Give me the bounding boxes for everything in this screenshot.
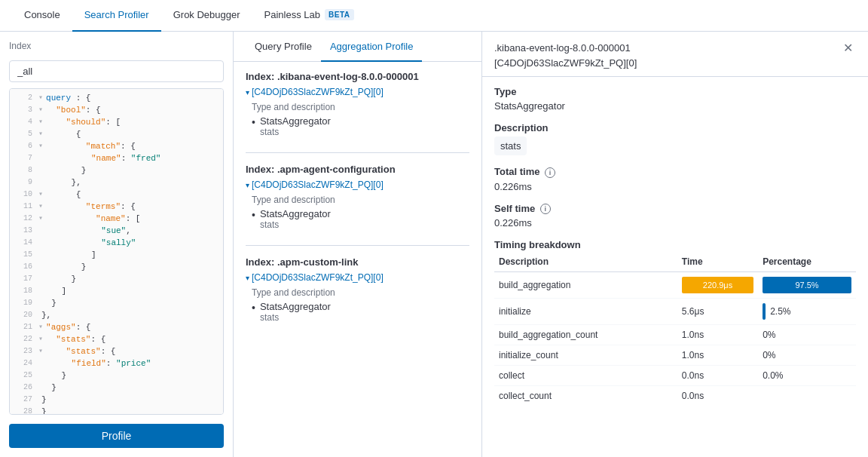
timing-time: 0.0ns	[677, 366, 758, 386]
shard-link-1[interactable]: ▾ [C4DOjD63SlacZWF9kZt_PQ][0]	[246, 87, 469, 97]
timing-row: initialize5.6μs2.5%	[494, 299, 856, 325]
timing-row: build_aggregation220.9μs97.5%	[494, 272, 856, 299]
index-section-3: Index: .apm-custom-link ▾ [C4DOjD63SlacZ…	[246, 256, 469, 323]
code-line: 5 ▾ {	[10, 128, 223, 140]
code-line: 4 ▾ "should": [	[10, 116, 223, 128]
right-header: .kibana-event-log-8.0.0-000001 [C4DOjD63…	[482, 32, 868, 77]
tab-painless-lab[interactable]: Painless Lab BETA	[252, 0, 366, 32]
type-section: Type StatsAggregator	[494, 86, 856, 112]
divider	[246, 152, 469, 153]
middle-panel: Query Profile Aggregation Profile Index:…	[234, 32, 482, 457]
timing-desc: collect_count	[494, 386, 677, 406]
tab-aggregation-profile[interactable]: Aggregation Profile	[321, 32, 423, 62]
code-line: 7 "name": "fred"	[10, 152, 223, 164]
self-time-section: Self time i 0.226ms	[494, 203, 856, 229]
tab-console[interactable]: Console	[12, 0, 72, 32]
code-line: 25 }	[10, 370, 223, 382]
index-title-1: Index: .kibana-event-log-8.0.0-000001	[246, 71, 469, 82]
shard-link-3[interactable]: ▾ [C4DOjD63SlacZWF9kZt_PQ][0]	[246, 272, 469, 283]
chevron-down-icon: ▾	[246, 181, 249, 189]
timing-time: 1.0ns	[677, 345, 758, 366]
code-line: 18 ]	[10, 285, 223, 297]
type-desc-label-1: Type and description	[252, 102, 469, 112]
timing-bar-orange: 220.9μs	[682, 277, 753, 293]
profile-button[interactable]: Profile	[9, 424, 224, 448]
timing-desc: build_aggregation_count	[494, 325, 677, 345]
tab-grok-debugger[interactable]: Grok Debugger	[161, 0, 252, 32]
self-time-info-icon[interactable]: i	[540, 204, 551, 214]
code-line: 26 }	[10, 382, 223, 394]
code-line: 16 }	[10, 261, 223, 273]
chevron-down-icon: ▾	[246, 274, 249, 282]
code-line: 15 ]	[10, 249, 223, 261]
tab-query-profile[interactable]: Query Profile	[246, 32, 321, 62]
divider	[246, 245, 469, 246]
bullet-icon: •	[252, 116, 255, 128]
beta-badge: BETA	[325, 9, 353, 20]
code-line: 28 }	[10, 406, 223, 415]
right-content: Type StatsAggregator Description stats T…	[482, 77, 868, 457]
left-panel: Index 2 ▾ query : { 3 ▾ "bool": { 4 ▾ "s…	[0, 32, 234, 457]
agg-name-2: StatsAggregator	[260, 208, 331, 219]
self-time-label: Self time i	[494, 203, 856, 215]
code-editor[interactable]: 2 ▾ query : { 3 ▾ "bool": { 4 ▾ "should"…	[9, 88, 224, 415]
timing-pct: 0%	[758, 325, 856, 345]
agg-item-1: • StatsAggregator stats	[252, 115, 469, 137]
shard-title: .kibana-event-log-8.0.0-000001 [C4DOjD63…	[494, 41, 637, 70]
timing-row: collect0.0ns0.0%	[494, 366, 856, 386]
index-label: Index	[9, 41, 224, 51]
code-line: 23 ▾ "stats": {	[10, 345, 223, 357]
description-label: Description	[494, 122, 856, 133]
top-nav: Console Search Profiler Grok Debugger Pa…	[0, 0, 868, 32]
timing-row: build_aggregation_count1.0ns0%	[494, 325, 856, 345]
chevron-down-icon: ▾	[246, 88, 249, 97]
total-time-value: 0.226ms	[494, 181, 856, 192]
timing-table: Description Time Percentage build_aggreg…	[494, 253, 856, 406]
agg-type-2: stats	[260, 219, 331, 230]
total-time-section: Total time i 0.226ms	[494, 166, 856, 192]
index-title-2: Index: .apm-agent-configuration	[246, 164, 469, 175]
profile-tabs: Query Profile Aggregation Profile	[234, 32, 481, 62]
code-line: 13 "sue",	[10, 225, 223, 237]
timing-desc: collect	[494, 366, 677, 386]
timing-pct: 97.5%	[758, 272, 856, 299]
type-label: Type	[494, 86, 856, 97]
code-line: 6 ▾ "match": {	[10, 140, 223, 152]
code-line: 19 }	[10, 297, 223, 309]
code-line: 10 ▾ {	[10, 189, 223, 201]
timing-pct: 0%	[758, 345, 856, 366]
close-button[interactable]: ✕	[840, 41, 856, 55]
code-line: 3 ▾ "bool": {	[10, 104, 223, 116]
agg-name-1: StatsAggregator	[260, 115, 331, 127]
code-line: 8 }	[10, 164, 223, 176]
index-section-1: Index: .kibana-event-log-8.0.0-000001 ▾ …	[246, 71, 469, 137]
timing-bar-blue: 97.5%	[763, 277, 851, 293]
index-title-3: Index: .apm-custom-link	[246, 256, 469, 268]
timing-pct: 2.5%	[758, 299, 856, 325]
type-desc-label-3: Type and description	[252, 287, 469, 298]
index-section-2: Index: .apm-agent-configuration ▾ [C4DOj…	[246, 164, 469, 230]
description-value: stats	[494, 136, 527, 155]
code-line: 2 ▾ query : {	[10, 92, 223, 104]
code-line: 12 ▾ "name": [	[10, 213, 223, 225]
timing-breakdown-label: Timing breakdown	[494, 239, 856, 250]
code-line: 11 ▾ "terms": {	[10, 201, 223, 213]
shard-link-2[interactable]: ▾ [C4DOjD63SlacZWF9kZt_PQ][0]	[246, 179, 469, 190]
col-description: Description	[494, 253, 677, 272]
type-desc-label-2: Type and description	[252, 195, 469, 205]
bullet-icon: •	[252, 302, 255, 314]
code-line: 21 ▾ "aggs": {	[10, 321, 223, 333]
timing-time: 0.0ns	[677, 386, 758, 406]
timing-row: initialize_count1.0ns0%	[494, 345, 856, 366]
tab-search-profiler[interactable]: Search Profiler	[72, 0, 161, 32]
results-area: Index: .kibana-event-log-8.0.0-000001 ▾ …	[234, 62, 481, 457]
timing-desc: initialize_count	[494, 345, 677, 366]
index-input[interactable]	[9, 60, 224, 82]
agg-type-3: stats	[260, 312, 331, 323]
total-time-info-icon[interactable]: i	[545, 167, 555, 178]
self-time-value: 0.226ms	[494, 217, 856, 228]
agg-name-3: StatsAggregator	[260, 301, 331, 312]
agg-item-2: • StatsAggregator stats	[252, 208, 469, 230]
code-line: 9 },	[10, 176, 223, 189]
timing-pct	[758, 386, 856, 406]
